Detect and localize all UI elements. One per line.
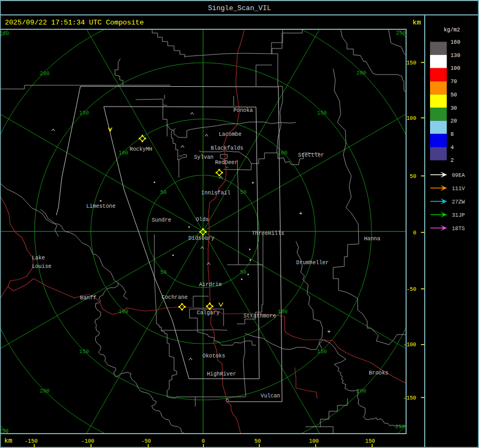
svg-text:50: 50 xyxy=(240,190,246,196)
svg-text:-150: -150 xyxy=(403,395,416,401)
svg-text:100: 100 xyxy=(278,150,287,156)
svg-text:Banff: Banff xyxy=(80,295,96,301)
svg-text:100: 100 xyxy=(119,150,128,156)
svg-text:20: 20 xyxy=(451,118,457,124)
svg-text:Strathmore: Strathmore xyxy=(244,313,276,319)
svg-text:Calgary: Calgary xyxy=(197,310,220,316)
svg-text:Cochrane: Cochrane xyxy=(162,295,188,300)
svg-text:150: 150 xyxy=(407,60,416,66)
svg-text:150: 150 xyxy=(79,349,89,355)
svg-text:Innisfail: Innisfail xyxy=(201,190,230,196)
svg-text:50: 50 xyxy=(451,92,457,98)
svg-text:150: 150 xyxy=(317,110,327,116)
svg-text:100: 100 xyxy=(278,309,287,315)
svg-text:Lacombe: Lacombe xyxy=(219,132,242,137)
svg-text:150: 150 xyxy=(317,349,327,355)
svg-text:*: * xyxy=(99,199,103,206)
svg-text:160: 160 xyxy=(451,39,460,45)
svg-text:kg/m2: kg/m2 xyxy=(444,27,460,33)
svg-text:130: 130 xyxy=(451,53,460,59)
svg-text:+: + xyxy=(327,329,331,335)
svg-text:50: 50 xyxy=(160,190,167,196)
svg-text:+: + xyxy=(299,210,303,217)
svg-text:Ponoka: Ponoka xyxy=(234,108,253,113)
svg-text:*: * xyxy=(251,181,255,188)
svg-text:100: 100 xyxy=(451,66,460,71)
svg-text:200: 200 xyxy=(357,70,366,76)
svg-text:RockyMH: RockyMH xyxy=(129,146,152,152)
svg-text:50: 50 xyxy=(160,270,167,275)
svg-text:HighRiver: HighRiver xyxy=(207,371,236,377)
svg-text:50: 50 xyxy=(410,174,416,180)
svg-text:Single_Scan_VIL: Single_Scan_VIL xyxy=(208,4,271,12)
svg-text:Louise: Louise xyxy=(32,264,52,270)
svg-text:2: 2 xyxy=(451,158,454,164)
svg-text:150: 150 xyxy=(79,110,89,116)
svg-text:Vulcan: Vulcan xyxy=(261,393,280,399)
svg-text:2025/09/22 17:51:34 UTC Compos: 2025/09/22 17:51:34 UTC Composite xyxy=(5,19,144,27)
svg-text:-50: -50 xyxy=(407,287,416,292)
svg-text:250: 250 xyxy=(396,30,406,36)
svg-text:100: 100 xyxy=(309,438,319,444)
svg-text:Sundre: Sundre xyxy=(152,217,171,223)
svg-text:km: km xyxy=(4,437,12,445)
svg-text:250: 250 xyxy=(395,424,405,430)
svg-text:RedDeer: RedDeer xyxy=(215,160,238,166)
svg-text:-100: -100 xyxy=(81,438,94,444)
svg-text:30: 30 xyxy=(451,105,457,111)
svg-text:0: 0 xyxy=(202,438,205,444)
svg-text:50: 50 xyxy=(254,438,261,444)
svg-text:Stettler: Stettler xyxy=(298,152,324,158)
svg-text:Blackfalds: Blackfalds xyxy=(211,145,243,151)
svg-text:Airdrie: Airdrie xyxy=(199,282,222,288)
svg-text:km: km xyxy=(412,19,421,27)
svg-text:200: 200 xyxy=(357,388,366,394)
svg-text:250: 250 xyxy=(0,428,9,434)
svg-text:-100: -100 xyxy=(403,342,416,348)
svg-text:250: 250 xyxy=(0,31,9,37)
svg-text:-150: -150 xyxy=(24,438,37,444)
svg-text:200: 200 xyxy=(40,388,49,394)
svg-text:ThreeHills: ThreeHills xyxy=(252,231,284,237)
svg-text:0: 0 xyxy=(413,230,416,236)
svg-text:100: 100 xyxy=(119,309,128,315)
svg-text:50: 50 xyxy=(240,270,246,275)
svg-text:4: 4 xyxy=(451,145,454,151)
svg-text:09EA: 09EA xyxy=(452,173,465,178)
svg-text:8: 8 xyxy=(451,132,454,137)
svg-text:18TS: 18TS xyxy=(452,226,465,232)
svg-text:Hanna: Hanna xyxy=(364,236,381,242)
svg-text:Didsbury: Didsbury xyxy=(188,235,214,241)
svg-text:Sylvan: Sylvan xyxy=(194,154,214,160)
svg-text:31JP: 31JP xyxy=(452,213,465,218)
svg-text:111V: 111V xyxy=(452,186,465,192)
svg-text:Olds: Olds xyxy=(196,217,209,223)
svg-text:100: 100 xyxy=(407,116,416,121)
svg-text:70: 70 xyxy=(451,79,457,85)
svg-text:Lake: Lake xyxy=(32,255,45,261)
svg-text:150: 150 xyxy=(365,438,375,444)
svg-text:Okotoks: Okotoks xyxy=(202,353,225,359)
svg-text:200: 200 xyxy=(40,71,49,77)
svg-text:Drumheller: Drumheller xyxy=(296,260,329,266)
svg-text:Brooks: Brooks xyxy=(369,370,389,376)
svg-text:-50: -50 xyxy=(141,438,151,444)
svg-text:27ZW: 27ZW xyxy=(452,199,465,205)
